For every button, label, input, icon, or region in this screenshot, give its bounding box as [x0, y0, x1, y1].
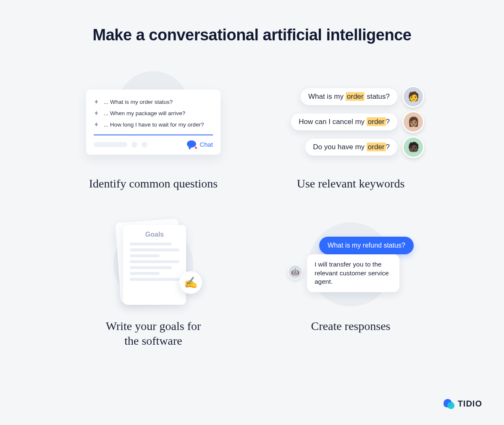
avatar: 🧑 [402, 86, 424, 108]
paper-front: Goals [123, 225, 186, 305]
bot-message-bubble: I will transfer you to the relevant cust… [307, 254, 399, 293]
step-create-responses: What is my refund status? 🤖 I will trans… [265, 216, 437, 348]
keyword-row: What is my order status? 🧑 [277, 86, 424, 108]
divider [94, 135, 213, 135]
step-caption: Write your goals forthe software [67, 319, 239, 348]
page-title: Make a conversational artificial intelli… [0, 0, 504, 44]
chat-bubble-icon [187, 140, 197, 149]
avatar: 👩🏽 [402, 111, 424, 133]
question-row: ... When my package will arrive? [94, 108, 213, 119]
brand-name: TIDIO [458, 399, 482, 409]
paper-title: Goals [130, 231, 179, 238]
question-text: ... When my package will arrive? [104, 110, 185, 116]
questions-panel: ... What is my order status? ... When my… [86, 90, 220, 155]
step-write-goals: Goals ✍️ Write your goals forthe softwar… [67, 216, 239, 348]
bot-avatar: 🤖 [288, 264, 303, 280]
step-caption: Identify common questions [67, 176, 239, 191]
chat-label: Chat [200, 141, 213, 148]
highlight: order [367, 117, 386, 126]
lightning-icon [94, 99, 100, 105]
lightning-icon [94, 121, 100, 127]
step-use-keywords: What is my order status? 🧑 How can I can… [265, 74, 437, 191]
keyword-row: Do you have my order? 🧑🏿 [277, 136, 424, 158]
highlight: order [346, 92, 365, 101]
question-row: ... What is my order status? [94, 96, 213, 108]
skeleton-placeholders [94, 142, 147, 148]
keyword-bubble: What is my order status? [301, 88, 397, 105]
avatar: 🧑🏿 [402, 136, 424, 158]
keyword-bubble: Do you have my order? [305, 139, 397, 156]
step-caption: Use relevant keywords [265, 176, 437, 191]
chat-badge: Chat [187, 140, 213, 149]
lightning-icon [94, 110, 100, 116]
keyword-bubble: How can I cancel my order? [291, 114, 397, 130]
brand-mark-icon [444, 398, 454, 409]
question-row: ... How long I have to wait for my order… [94, 119, 213, 130]
keyword-row: How can I cancel my order? 👩🏽 [277, 111, 424, 133]
step-caption: Create responses [265, 319, 437, 333]
step-identify-questions: ... What is my order status? ... When my… [67, 74, 239, 191]
question-text: ... What is my order status? [104, 99, 173, 105]
writing-hand-icon: ✍️ [179, 271, 202, 294]
question-text: ... How long I have to wait for my order… [104, 121, 204, 128]
brand-logo: TIDIO [444, 398, 482, 409]
steps-grid: ... What is my order status? ... When my… [0, 44, 504, 348]
user-message-bubble: What is my refund status? [319, 237, 414, 254]
highlight: order [367, 143, 386, 151]
